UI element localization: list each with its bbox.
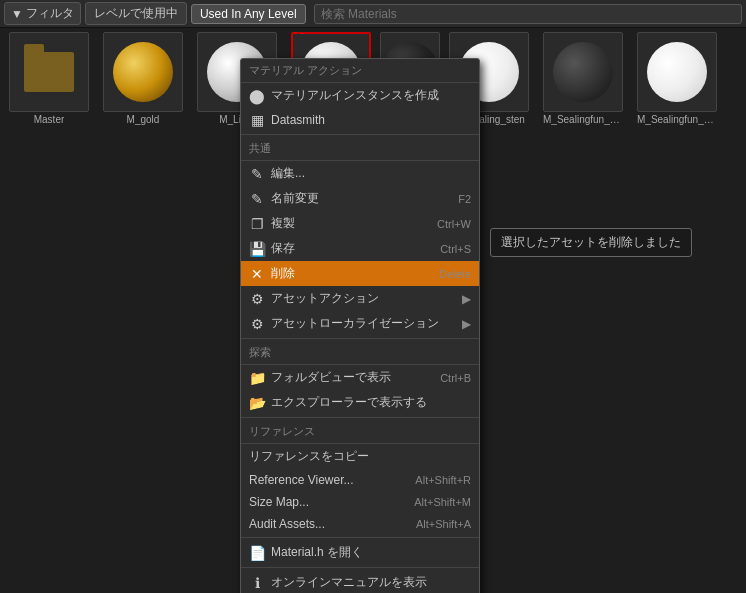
asset-item-sealingfun1[interactable]: M_Sealingfun_siro xyxy=(538,32,628,125)
folder-view-icon: 📁 xyxy=(249,370,265,386)
asset-item-mgold[interactable]: M_gold xyxy=(98,32,188,125)
context-section-material: マテリアル アクション xyxy=(241,59,479,83)
context-label-create-instance: マテリアルインスタンスを作成 xyxy=(271,87,439,104)
asset-item-sealingfun2[interactable]: M_Sealingfun_siro xyxy=(632,32,722,125)
asset-action-arrow: ▶ xyxy=(462,292,471,306)
filter-label: フィルタ xyxy=(26,5,74,22)
context-item-create-instance[interactable]: ⬤ マテリアルインスタンスを作成 xyxy=(241,83,479,108)
asset-thumb-mgold xyxy=(103,32,183,112)
sphere-white2 xyxy=(647,42,707,102)
localize-icon: ⚙ xyxy=(249,316,265,332)
main-panel: ▼ フィルタ レベルで使用中 Used In Any Level Master … xyxy=(0,0,746,593)
filter-button[interactable]: ▼ フィルタ xyxy=(4,2,81,25)
asset-item-master[interactable]: Master xyxy=(4,32,94,125)
asset-label-mgold: M_gold xyxy=(127,114,160,125)
search-input[interactable] xyxy=(314,4,742,24)
toolbar: ▼ フィルタ レベルで使用中 Used In Any Level xyxy=(0,0,746,28)
context-label-edit: 編集... xyxy=(271,165,305,182)
separator-3 xyxy=(241,417,479,418)
context-label-duplicate: 複製 xyxy=(271,215,295,232)
context-label-rename: 名前変更 xyxy=(271,190,319,207)
sphere-dark2 xyxy=(553,42,613,102)
explorer-icon: 📂 xyxy=(249,395,265,411)
asset-label-master: Master xyxy=(34,114,65,125)
separator-2 xyxy=(241,338,479,339)
sphere-gold xyxy=(113,42,173,102)
context-item-show-explorer[interactable]: 📂 エクスプローラーで表示する xyxy=(241,390,479,415)
context-item-localize[interactable]: ⚙ アセットローカライゼーション ▶ xyxy=(241,311,479,336)
context-item-copy-ref[interactable]: リファレンスをコピー xyxy=(241,444,479,469)
context-item-size-map[interactable]: Size Map... Alt+Shift+M xyxy=(241,491,479,513)
level-used-button[interactable]: レベルで使用中 xyxy=(85,2,187,25)
asset-label-sealingfun2: M_Sealingfun_siro xyxy=(637,114,717,125)
datasmith-icon: ▦ xyxy=(249,112,265,128)
filter-icon: ▼ xyxy=(11,7,23,21)
separator-5 xyxy=(241,567,479,568)
context-label-open-material: Material.h を開く xyxy=(271,544,363,561)
context-label-show-explorer: エクスプローラーで表示する xyxy=(271,394,427,411)
context-item-rename[interactable]: ✎ 名前変更 F2 xyxy=(241,186,479,211)
show-folder-shortcut: Ctrl+B xyxy=(440,372,471,384)
create-instance-icon: ⬤ xyxy=(249,88,265,104)
tooltip-box: 選択したアセットを削除しました xyxy=(490,228,692,257)
context-label-delete: 削除 xyxy=(271,265,295,282)
asset-label-sealingfun1: M_Sealingfun_siro xyxy=(543,114,623,125)
rename-shortcut: F2 xyxy=(458,193,471,205)
context-label-asset-action: アセットアクション xyxy=(271,290,379,307)
separator-1 xyxy=(241,134,479,135)
context-label-ref-viewer: Reference Viewer... xyxy=(249,473,354,487)
context-item-audit[interactable]: Audit Assets... Alt+Shift+A xyxy=(241,513,479,535)
localize-arrow: ▶ xyxy=(462,317,471,331)
folder-icon xyxy=(24,52,74,92)
context-menu: マテリアル アクション ⬤ マテリアルインスタンスを作成 ▦ Datasmith… xyxy=(240,58,480,593)
context-label-copy-ref: リファレンスをコピー xyxy=(249,448,369,465)
context-item-delete[interactable]: ✕ 削除 Delete xyxy=(241,261,479,286)
context-label-save: 保存 xyxy=(271,240,295,257)
context-item-online-manual[interactable]: ℹ オンラインマニュアルを表示 xyxy=(241,570,479,593)
context-item-duplicate[interactable]: ❐ 複製 Ctrl+W xyxy=(241,211,479,236)
duplicate-shortcut: Ctrl+W xyxy=(437,218,471,230)
context-item-show-folder[interactable]: 📁 フォルダビューで表示 Ctrl+B xyxy=(241,365,479,390)
context-label-datasmith: Datasmith xyxy=(271,113,325,127)
delete-icon: ✕ xyxy=(249,266,265,282)
context-item-save[interactable]: 💾 保存 Ctrl+S xyxy=(241,236,479,261)
size-map-shortcut: Alt+Shift+M xyxy=(414,496,471,508)
context-section-reference: リファレンス xyxy=(241,420,479,444)
duplicate-icon: ❐ xyxy=(249,216,265,232)
online-manual-icon: ℹ xyxy=(249,575,265,591)
audit-shortcut: Alt+Shift+A xyxy=(416,518,471,530)
context-item-asset-action[interactable]: ⚙ アセットアクション ▶ xyxy=(241,286,479,311)
context-label-localize: アセットローカライゼーション xyxy=(271,315,439,332)
context-item-datasmith[interactable]: ▦ Datasmith xyxy=(241,108,479,132)
context-item-open-material[interactable]: 📄 Material.h を開く xyxy=(241,540,479,565)
context-label-show-folder: フォルダビューで表示 xyxy=(271,369,391,386)
asset-thumb-sealingfun2 xyxy=(637,32,717,112)
context-label-size-map: Size Map... xyxy=(249,495,309,509)
asset-thumb-master xyxy=(9,32,89,112)
context-item-edit[interactable]: ✎ 編集... xyxy=(241,161,479,186)
rename-icon: ✎ xyxy=(249,191,265,207)
asset-thumb-sealingfun1 xyxy=(543,32,623,112)
context-section-explore: 探索 xyxy=(241,341,479,365)
save-shortcut: Ctrl+S xyxy=(440,243,471,255)
edit-icon: ✎ xyxy=(249,166,265,182)
ref-viewer-shortcut: Alt+Shift+R xyxy=(415,474,471,486)
save-icon: 💾 xyxy=(249,241,265,257)
used-any-level-button[interactable]: Used In Any Level xyxy=(191,4,306,24)
separator-4 xyxy=(241,537,479,538)
tooltip-text: 選択したアセットを削除しました xyxy=(501,235,681,249)
context-label-audit: Audit Assets... xyxy=(249,517,325,531)
delete-shortcut: Delete xyxy=(439,268,471,280)
context-label-online-manual: オンラインマニュアルを表示 xyxy=(271,574,427,591)
asset-action-icon: ⚙ xyxy=(249,291,265,307)
context-section-common: 共通 xyxy=(241,137,479,161)
material-h-icon: 📄 xyxy=(249,545,265,561)
context-item-ref-viewer[interactable]: Reference Viewer... Alt+Shift+R xyxy=(241,469,479,491)
